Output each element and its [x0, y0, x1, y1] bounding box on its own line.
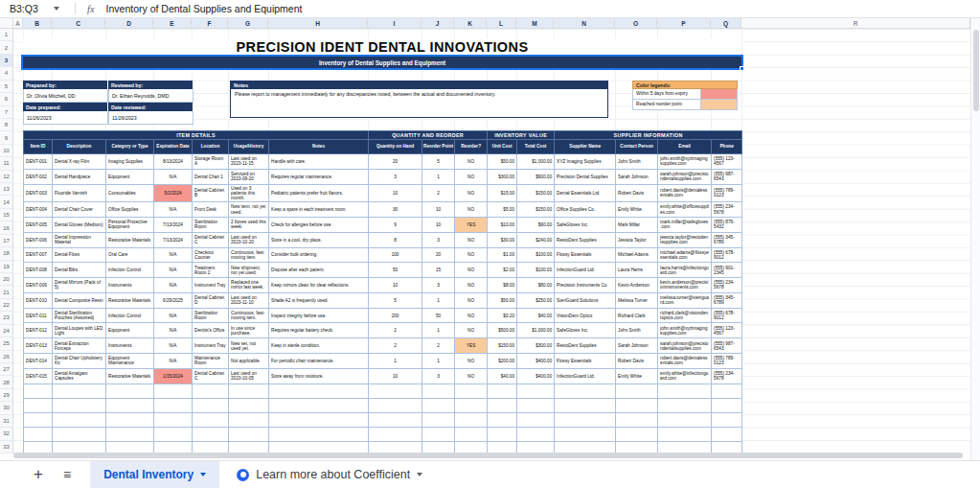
- cell[interactable]: New item, not yet used.: [229, 202, 269, 218]
- column-header[interactable]: Expiration Date: [154, 140, 193, 154]
- cell[interactable]: [517, 413, 555, 428]
- cell[interactable]: 8/13/2024: [154, 154, 193, 170]
- cell[interactable]: InfectionGuard Ltd.: [555, 368, 616, 383]
- cell[interactable]: [555, 428, 616, 442]
- select-all-corner[interactable]: [0, 18, 13, 29]
- cell[interactable]: [53, 413, 106, 428]
- group-header[interactable]: QUANTITY AND REORDER: [369, 131, 488, 140]
- cell[interactable]: [712, 428, 742, 442]
- cell[interactable]: Last used on 2023-10-20: [229, 232, 269, 247]
- cell[interactable]: (555) 901-2345: [712, 263, 742, 278]
- row-header-17[interactable]: 17: [0, 235, 12, 247]
- cell[interactable]: $40.00: [517, 308, 555, 323]
- cell[interactable]: NO: [455, 368, 488, 383]
- sheet-subtitle-selected-range[interactable]: Inventory of Dental Supplies and Equipme…: [23, 57, 741, 68]
- cell[interactable]: DENT-001: [24, 154, 53, 170]
- cell[interactable]: NO: [455, 154, 488, 170]
- cell[interactable]: Precision Instruments Co.: [555, 278, 616, 293]
- cell[interactable]: NO: [455, 323, 488, 338]
- cell[interactable]: 5: [422, 154, 455, 170]
- group-header[interactable]: INVENTORY VALUE: [488, 131, 555, 140]
- row-header-22[interactable]: 22: [0, 299, 12, 312]
- cell[interactable]: 200: [369, 308, 422, 323]
- cell[interactable]: [53, 428, 106, 442]
- column-header-K[interactable]: K: [454, 18, 487, 28]
- column-header-D[interactable]: D: [105, 18, 153, 28]
- cell[interactable]: $300.00: [517, 338, 555, 354]
- cell[interactable]: Pediatric patients prefer fruit flavors.: [269, 184, 369, 202]
- cell[interactable]: Keep mirrors clean for clear reflections…: [269, 278, 369, 293]
- cell[interactable]: $400.00: [517, 354, 555, 369]
- cell[interactable]: Mark Millar: [616, 217, 658, 232]
- cell[interactable]: Sarah Johnson: [616, 338, 658, 354]
- cell[interactable]: RestoDent Supplies: [555, 338, 616, 354]
- cell[interactable]: Handle with care.: [269, 154, 369, 170]
- cell[interactable]: [488, 428, 517, 442]
- cell[interactable]: [24, 398, 53, 412]
- cell[interactable]: sarah.johnson@precisiondentalsupplies.co…: [658, 169, 712, 184]
- cell[interactable]: [106, 413, 154, 428]
- cell[interactable]: Emily White: [616, 368, 658, 383]
- cell[interactable]: [154, 428, 193, 442]
- cell[interactable]: $5.00: [488, 202, 517, 218]
- cell[interactable]: [488, 383, 517, 398]
- cell[interactable]: 10: [369, 278, 422, 293]
- column-header[interactable]: Category or Type: [106, 140, 154, 154]
- cell[interactable]: New set, not used yet.: [229, 338, 269, 354]
- cell[interactable]: [106, 398, 154, 412]
- cell[interactable]: Consider bulk ordering.: [269, 247, 369, 263]
- cell[interactable]: richard.clark@visiondentoptics.com: [658, 308, 712, 323]
- legend-header[interactable]: Color legends:: [632, 81, 738, 89]
- cell[interactable]: Dental Chair Upholstery Kit: [53, 354, 106, 369]
- column-header-J[interactable]: J: [422, 18, 454, 28]
- column-header[interactable]: Unit Cost: [488, 140, 517, 154]
- cell[interactable]: (555) 789-0123: [712, 184, 742, 202]
- cell[interactable]: Infection Control: [106, 308, 154, 323]
- cell[interactable]: Restorative Materials: [106, 368, 154, 383]
- cell[interactable]: [616, 413, 658, 428]
- cell[interactable]: $150.00: [517, 202, 555, 218]
- cell[interactable]: [616, 398, 658, 412]
- cell[interactable]: NO: [455, 184, 488, 202]
- cell[interactable]: [229, 398, 269, 412]
- cell[interactable]: N/A: [154, 247, 193, 263]
- column-header[interactable]: Description: [53, 140, 106, 154]
- cell[interactable]: Melissa Turner: [616, 292, 658, 308]
- cell[interactable]: Last used on 2023-10-05: [229, 368, 269, 383]
- cell[interactable]: DENT-002: [24, 169, 53, 184]
- cell[interactable]: [555, 413, 616, 428]
- column-header-H[interactable]: H: [268, 18, 368, 28]
- horizontal-scrollbar[interactable]: [13, 453, 963, 458]
- cell[interactable]: (555) 789-0123: [712, 354, 742, 369]
- cell[interactable]: In use since purchase.: [229, 323, 269, 338]
- prepared-by-label[interactable]: Prepared by:: [23, 81, 108, 89]
- cell[interactable]: NO: [455, 292, 488, 308]
- row-header-3[interactable]: 3: [0, 55, 12, 67]
- cell[interactable]: 10: [369, 184, 422, 202]
- cell[interactable]: [53, 383, 106, 398]
- cell[interactable]: $300.00: [488, 169, 517, 184]
- column-header[interactable]: Usage/History: [229, 140, 269, 154]
- cell[interactable]: 5: [369, 292, 422, 308]
- cell[interactable]: SafeGloves Inc.: [555, 217, 616, 232]
- cell[interactable]: laura.harris@infectionguard.com: [658, 263, 712, 278]
- cell[interactable]: 2: [422, 338, 455, 354]
- cell[interactable]: john.smith@xyzimagingsupplies.com: [658, 323, 712, 338]
- cell[interactable]: mark.millar@safegloves.com: [658, 217, 712, 232]
- cell[interactable]: [53, 398, 106, 412]
- row-header-11[interactable]: 11: [0, 157, 12, 170]
- cell[interactable]: [517, 428, 555, 442]
- cell[interactable]: Replaced one mirror last week.: [229, 278, 269, 293]
- cell[interactable]: [422, 413, 455, 428]
- cell[interactable]: Dental Gloves (Medium): [53, 217, 106, 232]
- cell[interactable]: (555) 234-5678: [712, 368, 742, 383]
- cell[interactable]: Dental Handpiece: [53, 169, 106, 184]
- cell[interactable]: [369, 413, 422, 428]
- cell[interactable]: 30: [369, 202, 422, 218]
- cell[interactable]: Sarah Johnson: [616, 169, 658, 184]
- cell[interactable]: melissa.turner@steriguard.com: [658, 292, 712, 308]
- cell[interactable]: Jessica Taylor: [616, 232, 658, 247]
- cell[interactable]: Dentist's Office: [193, 323, 229, 338]
- legend-swatch[interactable]: [701, 100, 738, 110]
- cell[interactable]: NO: [455, 247, 488, 263]
